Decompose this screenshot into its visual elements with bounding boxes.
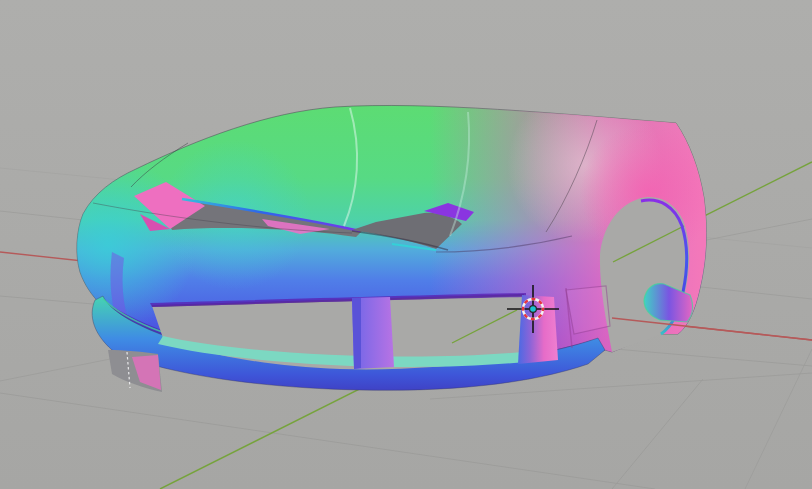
3d-viewport[interactable] (0, 0, 812, 489)
cursor-center-dot (530, 306, 537, 313)
bumper-side-indent (566, 286, 610, 334)
viewport-canvas (0, 0, 812, 489)
